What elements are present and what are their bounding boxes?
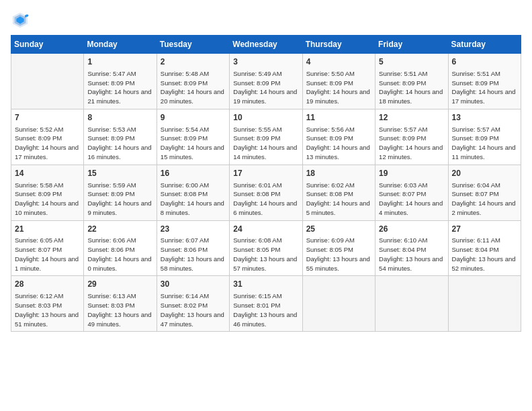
weekday-row: SundayMondayTuesdayWednesdayThursdayFrid… <box>11 36 521 54</box>
calendar-cell: 3Sunrise: 5:49 AM Sunset: 8:09 PM Daylig… <box>230 54 302 109</box>
day-number: 20 <box>452 168 517 179</box>
day-number: 24 <box>233 224 298 235</box>
day-info: Sunrise: 5:54 AM Sunset: 8:09 PM Dayligh… <box>161 125 226 162</box>
day-info: Sunrise: 6:04 AM Sunset: 8:07 PM Dayligh… <box>452 181 517 218</box>
calendar-cell: 8Sunrise: 5:53 AM Sunset: 8:09 PM Daylig… <box>84 109 157 165</box>
calendar-body: 1Sunrise: 5:47 AM Sunset: 8:09 PM Daylig… <box>11 54 521 332</box>
day-info: Sunrise: 5:52 AM Sunset: 8:09 PM Dayligh… <box>15 125 80 162</box>
logo-icon <box>11 11 30 30</box>
day-number: 8 <box>87 112 152 124</box>
day-info: Sunrise: 6:10 AM Sunset: 8:04 PM Dayligh… <box>379 236 444 273</box>
calendar-cell: 4Sunrise: 5:50 AM Sunset: 8:09 PM Daylig… <box>302 54 375 109</box>
day-info: Sunrise: 6:09 AM Sunset: 8:05 PM Dayligh… <box>306 236 371 273</box>
day-number: 12 <box>379 112 444 124</box>
calendar-cell <box>448 276 521 332</box>
day-info: Sunrise: 5:49 AM Sunset: 8:09 PM Dayligh… <box>233 69 298 106</box>
calendar-cell: 28Sunrise: 6:12 AM Sunset: 8:03 PM Dayli… <box>11 276 84 332</box>
day-number: 6 <box>452 56 517 68</box>
calendar-cell: 23Sunrise: 6:07 AM Sunset: 8:06 PM Dayli… <box>157 220 229 276</box>
calendar-table: SundayMondayTuesdayWednesdayThursdayFrid… <box>11 35 521 332</box>
calendar-week-4: 21Sunrise: 6:05 AM Sunset: 8:07 PM Dayli… <box>11 220 521 276</box>
day-number: 30 <box>161 279 226 290</box>
calendar-cell: 20Sunrise: 6:04 AM Sunset: 8:07 PM Dayli… <box>448 165 521 220</box>
day-number: 21 <box>15 224 80 235</box>
calendar-cell: 13Sunrise: 5:57 AM Sunset: 8:09 PM Dayli… <box>448 109 521 165</box>
calendar-cell: 12Sunrise: 5:57 AM Sunset: 8:09 PM Dayli… <box>375 109 448 165</box>
day-info: Sunrise: 5:51 AM Sunset: 8:09 PM Dayligh… <box>379 69 444 106</box>
calendar-cell: 17Sunrise: 6:01 AM Sunset: 8:08 PM Dayli… <box>230 165 302 220</box>
calendar-cell: 11Sunrise: 5:56 AM Sunset: 8:09 PM Dayli… <box>302 109 375 165</box>
day-number: 17 <box>233 168 298 179</box>
calendar-cell: 18Sunrise: 6:02 AM Sunset: 8:08 PM Dayli… <box>302 165 375 220</box>
day-info: Sunrise: 5:55 AM Sunset: 8:09 PM Dayligh… <box>233 125 298 162</box>
calendar-cell: 25Sunrise: 6:09 AM Sunset: 8:05 PM Dayli… <box>302 220 375 276</box>
day-number: 10 <box>233 112 298 124</box>
day-info: Sunrise: 6:11 AM Sunset: 8:04 PM Dayligh… <box>452 236 517 273</box>
day-number: 2 <box>161 56 226 68</box>
calendar-cell <box>11 54 84 109</box>
calendar-week-2: 7Sunrise: 5:52 AM Sunset: 8:09 PM Daylig… <box>11 109 521 165</box>
day-info: Sunrise: 6:01 AM Sunset: 8:08 PM Dayligh… <box>233 181 298 218</box>
calendar-week-5: 28Sunrise: 6:12 AM Sunset: 8:03 PM Dayli… <box>11 276 521 332</box>
day-number: 7 <box>15 112 80 124</box>
calendar-cell: 21Sunrise: 6:05 AM Sunset: 8:07 PM Dayli… <box>11 220 84 276</box>
calendar-cell: 31Sunrise: 6:15 AM Sunset: 8:01 PM Dayli… <box>230 276 302 332</box>
calendar-cell: 2Sunrise: 5:48 AM Sunset: 8:09 PM Daylig… <box>157 54 229 109</box>
calendar-cell: 15Sunrise: 5:59 AM Sunset: 8:09 PM Dayli… <box>84 165 157 220</box>
day-number: 23 <box>161 224 226 235</box>
weekday-header-friday: Friday <box>375 36 448 54</box>
day-info: Sunrise: 5:48 AM Sunset: 8:09 PM Dayligh… <box>161 69 226 106</box>
weekday-header-sunday: Sunday <box>11 36 84 54</box>
day-info: Sunrise: 6:02 AM Sunset: 8:08 PM Dayligh… <box>306 181 371 218</box>
page-header <box>11 11 521 30</box>
day-number: 25 <box>306 224 371 235</box>
calendar-cell: 1Sunrise: 5:47 AM Sunset: 8:09 PM Daylig… <box>84 54 157 109</box>
day-number: 5 <box>379 56 444 68</box>
day-number: 28 <box>15 279 80 290</box>
day-number: 1 <box>87 56 152 68</box>
calendar-week-3: 14Sunrise: 5:58 AM Sunset: 8:09 PM Dayli… <box>11 165 521 220</box>
calendar-cell: 6Sunrise: 5:51 AM Sunset: 8:09 PM Daylig… <box>448 54 521 109</box>
day-info: Sunrise: 6:12 AM Sunset: 8:03 PM Dayligh… <box>15 291 80 328</box>
calendar-cell: 5Sunrise: 5:51 AM Sunset: 8:09 PM Daylig… <box>375 54 448 109</box>
day-info: Sunrise: 6:13 AM Sunset: 8:03 PM Dayligh… <box>87 291 152 328</box>
calendar-cell: 19Sunrise: 6:03 AM Sunset: 8:07 PM Dayli… <box>375 165 448 220</box>
day-info: Sunrise: 5:56 AM Sunset: 8:09 PM Dayligh… <box>306 125 371 162</box>
calendar-cell: 14Sunrise: 5:58 AM Sunset: 8:09 PM Dayli… <box>11 165 84 220</box>
weekday-header-thursday: Thursday <box>302 36 375 54</box>
calendar-cell: 9Sunrise: 5:54 AM Sunset: 8:09 PM Daylig… <box>157 109 229 165</box>
calendar-cell: 10Sunrise: 5:55 AM Sunset: 8:09 PM Dayli… <box>230 109 302 165</box>
day-number: 9 <box>161 112 226 124</box>
calendar-cell: 30Sunrise: 6:14 AM Sunset: 8:02 PM Dayli… <box>157 276 229 332</box>
day-number: 11 <box>306 112 371 124</box>
day-number: 27 <box>452 224 517 235</box>
logo <box>11 11 32 30</box>
day-info: Sunrise: 5:51 AM Sunset: 8:09 PM Dayligh… <box>452 69 517 106</box>
calendar-header: SundayMondayTuesdayWednesdayThursdayFrid… <box>11 36 521 54</box>
calendar-cell: 29Sunrise: 6:13 AM Sunset: 8:03 PM Dayli… <box>84 276 157 332</box>
calendar-week-1: 1Sunrise: 5:47 AM Sunset: 8:09 PM Daylig… <box>11 54 521 109</box>
calendar-cell <box>302 276 375 332</box>
weekday-header-monday: Monday <box>84 36 157 54</box>
weekday-header-wednesday: Wednesday <box>230 36 302 54</box>
calendar-cell <box>375 276 448 332</box>
day-number: 15 <box>87 168 152 179</box>
day-info: Sunrise: 6:08 AM Sunset: 8:05 PM Dayligh… <box>233 236 298 273</box>
day-number: 26 <box>379 224 444 235</box>
day-info: Sunrise: 5:53 AM Sunset: 8:09 PM Dayligh… <box>87 125 152 162</box>
day-info: Sunrise: 5:57 AM Sunset: 8:09 PM Dayligh… <box>379 125 444 162</box>
calendar-cell: 22Sunrise: 6:06 AM Sunset: 8:06 PM Dayli… <box>84 220 157 276</box>
day-number: 13 <box>452 112 517 124</box>
day-number: 19 <box>379 168 444 179</box>
calendar-cell: 27Sunrise: 6:11 AM Sunset: 8:04 PM Dayli… <box>448 220 521 276</box>
weekday-header-saturday: Saturday <box>448 36 521 54</box>
day-number: 3 <box>233 56 298 68</box>
day-number: 31 <box>233 279 298 290</box>
calendar-cell: 16Sunrise: 6:00 AM Sunset: 8:08 PM Dayli… <box>157 165 229 220</box>
day-info: Sunrise: 6:07 AM Sunset: 8:06 PM Dayligh… <box>161 236 226 273</box>
day-number: 14 <box>15 168 80 179</box>
day-info: Sunrise: 6:14 AM Sunset: 8:02 PM Dayligh… <box>161 291 226 328</box>
day-info: Sunrise: 6:06 AM Sunset: 8:06 PM Dayligh… <box>87 236 152 273</box>
day-info: Sunrise: 5:58 AM Sunset: 8:09 PM Dayligh… <box>15 181 80 218</box>
day-number: 18 <box>306 168 371 179</box>
